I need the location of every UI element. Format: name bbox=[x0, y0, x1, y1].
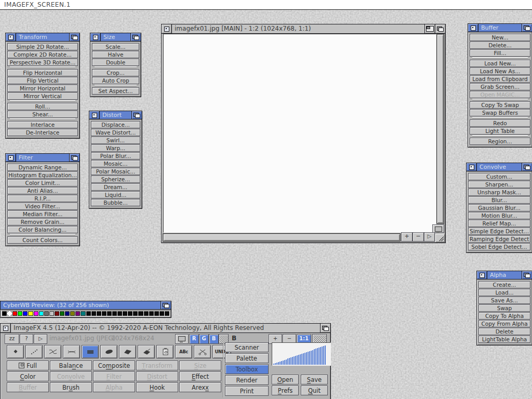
scissors-tool[interactable] bbox=[194, 345, 211, 358]
box-tool[interactable] bbox=[82, 345, 99, 358]
grab-screen-button[interactable]: Grab Screen... bbox=[470, 83, 530, 90]
video-filter-button[interactable]: Video Filter... bbox=[7, 203, 78, 210]
color-swatch[interactable] bbox=[39, 311, 44, 316]
de-interlace-button[interactable]: De-Interlace bbox=[7, 129, 78, 136]
composite-button[interactable]: Composite bbox=[93, 361, 135, 370]
anti-alias-button[interactable]: Anti Alias... bbox=[7, 187, 78, 194]
sleep-button[interactable]: zz bbox=[5, 334, 19, 344]
dynamic-range-button[interactable]: Dynamic Range... bbox=[7, 164, 78, 171]
color-swatch[interactable] bbox=[117, 311, 122, 316]
color-swatch[interactable] bbox=[28, 311, 33, 316]
depth-icon[interactable] bbox=[130, 33, 141, 41]
color-swatch[interactable] bbox=[44, 311, 49, 316]
depth-icon[interactable] bbox=[522, 271, 532, 279]
polar-blur-button[interactable]: Polar Blur... bbox=[91, 152, 140, 159]
full-button[interactable]: Full bbox=[7, 361, 49, 370]
close-icon[interactable] bbox=[467, 163, 477, 171]
color-swatch[interactable] bbox=[49, 311, 54, 316]
remove-grain-button[interactable]: Remove Grain... bbox=[7, 218, 78, 225]
depth-icon[interactable] bbox=[435, 24, 445, 33]
convolve-button[interactable]: Convolve bbox=[50, 371, 92, 381]
swap-button[interactable]: Swap bbox=[478, 304, 530, 312]
color-swatch[interactable] bbox=[149, 311, 154, 316]
depth-icon[interactable] bbox=[522, 24, 532, 32]
color-swatch[interactable] bbox=[107, 311, 112, 316]
distort-titlebar[interactable]: Distort bbox=[89, 111, 142, 119]
shear-button[interactable]: Shear... bbox=[7, 111, 78, 118]
spherize-button[interactable]: Spherize... bbox=[91, 176, 140, 183]
color-swatch[interactable] bbox=[60, 311, 64, 316]
load-from-clipboard-button[interactable]: Load from Clipboard bbox=[470, 75, 530, 83]
distort-button[interactable]: Distort bbox=[136, 371, 178, 381]
curve-tool[interactable] bbox=[63, 345, 80, 358]
depth-icon[interactable] bbox=[69, 154, 79, 162]
motion-blur-button[interactable]: Motion Blur... bbox=[468, 212, 530, 219]
color-swatch[interactable] bbox=[128, 311, 132, 316]
copy-from-alpha-button[interactable]: Copy From Alpha bbox=[478, 320, 530, 327]
color-swatch[interactable] bbox=[112, 311, 117, 316]
scale-button[interactable]: Scale... bbox=[92, 43, 139, 50]
filter-titlebar[interactable]: Filter bbox=[6, 154, 79, 162]
zoom-out-button[interactable]: − bbox=[413, 232, 424, 242]
hook-button[interactable]: Hook bbox=[136, 382, 178, 392]
color-swatch[interactable] bbox=[34, 311, 38, 316]
open-button[interactable]: Open bbox=[272, 375, 299, 384]
copy-to-alpha-button[interactable]: Copy To Alpha bbox=[478, 312, 530, 320]
resize-handle[interactable] bbox=[435, 234, 445, 242]
point-tool[interactable] bbox=[7, 345, 24, 358]
proceed-button[interactable] bbox=[34, 334, 47, 344]
color-swatch[interactable] bbox=[133, 311, 138, 316]
color-swatch[interactable] bbox=[7, 311, 12, 316]
transform-button[interactable]: Transform bbox=[136, 361, 178, 370]
simple-edge-detect-button[interactable]: Simple Edge Detect... bbox=[468, 228, 530, 235]
color-swatch[interactable] bbox=[75, 311, 80, 316]
liquid-button[interactable]: Liquid... bbox=[91, 191, 140, 198]
arexx-button[interactable]: Arexx bbox=[179, 382, 221, 392]
color-swatch[interactable] bbox=[18, 311, 22, 316]
delete-button[interactable]: Delete... bbox=[470, 42, 530, 49]
simple-2d-rotate-button[interactable]: Simple 2D Rotate... bbox=[7, 43, 78, 50]
color-swatch[interactable] bbox=[102, 311, 107, 316]
buffer-titlebar[interactable]: Buffer bbox=[468, 24, 532, 32]
close-icon[interactable] bbox=[6, 154, 16, 162]
close-icon[interactable] bbox=[89, 111, 100, 119]
mirror-horizontal-button[interactable]: Mirror Horizontal bbox=[7, 85, 78, 92]
clipboard-a-tool[interactable] bbox=[156, 345, 174, 358]
color-swatch[interactable] bbox=[97, 311, 101, 316]
close-icon[interactable] bbox=[1, 324, 11, 332]
gaussian-blur-button[interactable]: Gaussian Blur... bbox=[468, 204, 530, 211]
sobel-edge-detect-button[interactable]: Sobel Edge Detect... bbox=[468, 243, 530, 250]
depth-icon[interactable] bbox=[69, 33, 79, 41]
load-new-as-button[interactable]: Load New As... bbox=[470, 68, 530, 75]
flip-horizontal-button[interactable]: Flip Horizontal bbox=[7, 69, 78, 76]
create-button[interactable]: Create... bbox=[478, 281, 530, 288]
color-swatch[interactable] bbox=[123, 311, 127, 316]
render-button[interactable]: Render bbox=[225, 375, 269, 385]
relief-map-button[interactable]: Relief Map... bbox=[468, 220, 530, 227]
save-as-button[interactable]: Save As... bbox=[478, 297, 530, 304]
bubble-button[interactable]: Bubble... bbox=[91, 199, 140, 206]
new-button[interactable]: New... bbox=[470, 34, 530, 41]
perspective-3d-rotate-button[interactable]: Perspective 3D Rotate... bbox=[7, 59, 78, 66]
monitor-button[interactable] bbox=[175, 334, 189, 344]
set-aspect-button[interactable]: Set Aspect... bbox=[92, 87, 139, 95]
red-channel-toggle[interactable]: R bbox=[189, 334, 199, 344]
displace-button[interactable]: Displace... bbox=[91, 121, 140, 128]
prefs-button[interactable]: Prefs bbox=[272, 385, 299, 395]
quit-button[interactable]: Quit bbox=[301, 385, 328, 395]
oval-tool[interactable] bbox=[100, 345, 117, 358]
load-new-button[interactable]: Load New... bbox=[470, 60, 530, 67]
polygon-tool[interactable] bbox=[119, 345, 136, 358]
close-icon[interactable] bbox=[477, 271, 487, 279]
toolbox-titlebar[interactable]: ImageFX 4.5 (12-Apr-20) -- © 1992-2020 A… bbox=[1, 324, 330, 333]
copy-to-swap-button[interactable]: Copy To Swap bbox=[470, 101, 530, 109]
buffer-button[interactable]: Buffer bbox=[7, 382, 49, 392]
region-button[interactable]: Region... bbox=[470, 138, 530, 145]
color-swatch[interactable] bbox=[91, 311, 96, 316]
depth-icon[interactable] bbox=[320, 324, 330, 332]
count-colors-button[interactable]: Count Colors... bbox=[7, 236, 78, 244]
color-swatch[interactable] bbox=[165, 311, 169, 316]
color-swatch[interactable] bbox=[154, 311, 159, 316]
warp-button[interactable]: Warp... bbox=[91, 144, 140, 152]
filter-button[interactable]: Filter bbox=[93, 371, 135, 381]
